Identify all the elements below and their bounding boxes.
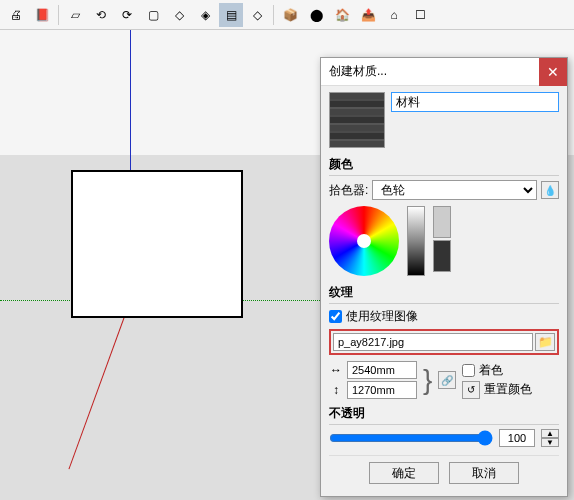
dialog-titlebar[interactable]: 创建材质... ✕ [321, 58, 567, 86]
picker-select[interactable]: 色轮 [372, 180, 537, 200]
tool-cylinder[interactable]: ⬤ [304, 3, 328, 27]
use-texture-checkbox[interactable] [329, 310, 342, 323]
tool-app[interactable]: ▢ [141, 3, 165, 27]
swatch-light[interactable] [433, 206, 451, 238]
tool-undo[interactable]: ⟲ [89, 3, 113, 27]
browse-texture-icon[interactable]: 📁 [535, 333, 555, 351]
color-wheel[interactable] [329, 206, 399, 276]
opacity-value-input[interactable] [499, 429, 535, 447]
texture-width-input[interactable] [347, 361, 417, 379]
texture-section-label: 纹理 [329, 284, 559, 301]
toolbar-sep [58, 5, 59, 25]
colorize-label: 着色 [479, 362, 503, 379]
tool-preset1[interactable]: ◇ [167, 3, 191, 27]
eyedropper-icon[interactable]: 💧 [541, 181, 559, 199]
height-icon: ↕ [329, 383, 343, 397]
main-toolbar: 🖨 📕 ▱ ⟲ ⟳ ▢ ◇ ◈ ▤ ◇ 📦 ⬤ 🏠 📤 ⌂ ☐ [0, 0, 574, 30]
tool-crate[interactable]: ☐ [408, 3, 432, 27]
create-material-dialog: 创建材质... ✕ 颜色 拾色器: 色轮 💧 纹理 使 [320, 57, 568, 497]
close-icon[interactable]: ✕ [539, 58, 567, 86]
texture-height-input[interactable] [347, 381, 417, 399]
toolbar-sep [273, 5, 274, 25]
ok-button[interactable]: 确定 [369, 462, 439, 484]
tool-preset3[interactable]: ◇ [245, 3, 269, 27]
cancel-button[interactable]: 取消 [449, 462, 519, 484]
tool-home[interactable]: ⌂ [382, 3, 406, 27]
texture-file-input[interactable] [333, 333, 533, 351]
tool-openbox[interactable]: 📤 [356, 3, 380, 27]
value-slider[interactable] [407, 206, 425, 276]
opacity-up-icon[interactable]: ▲ [541, 429, 559, 438]
tool-house[interactable]: 🏠 [330, 3, 354, 27]
tool-layer[interactable]: ▤ [219, 3, 243, 27]
link-dims-icon[interactable]: 🔗 [438, 371, 456, 389]
opacity-slider[interactable] [329, 430, 493, 446]
material-name-input[interactable] [391, 92, 559, 112]
reset-color-icon[interactable]: ↺ [462, 381, 480, 399]
texture-file-row: 📁 [329, 329, 559, 355]
reset-color-label: 重置颜色 [484, 381, 532, 398]
tool-preset2[interactable]: ◈ [193, 3, 217, 27]
dialog-title-text: 创建材质... [329, 63, 387, 80]
opacity-section-label: 不透明 [329, 405, 559, 422]
material-preview [329, 92, 385, 148]
tool-box[interactable]: 📦 [278, 3, 302, 27]
swatch-dark[interactable] [433, 240, 451, 272]
tool-doc[interactable]: ▱ [63, 3, 87, 27]
width-icon: ↔ [329, 363, 343, 377]
tool-printer[interactable]: 🖨 [4, 3, 28, 27]
picker-label: 拾色器: [329, 182, 368, 199]
color-section-label: 颜色 [329, 156, 559, 173]
colorize-checkbox[interactable] [462, 364, 475, 377]
tool-help[interactable]: 📕 [30, 3, 54, 27]
brace-icon: } [423, 370, 432, 390]
tool-redo[interactable]: ⟳ [115, 3, 139, 27]
opacity-down-icon[interactable]: ▼ [541, 438, 559, 447]
use-texture-label: 使用纹理图像 [346, 308, 418, 325]
model-face[interactable] [71, 170, 243, 318]
